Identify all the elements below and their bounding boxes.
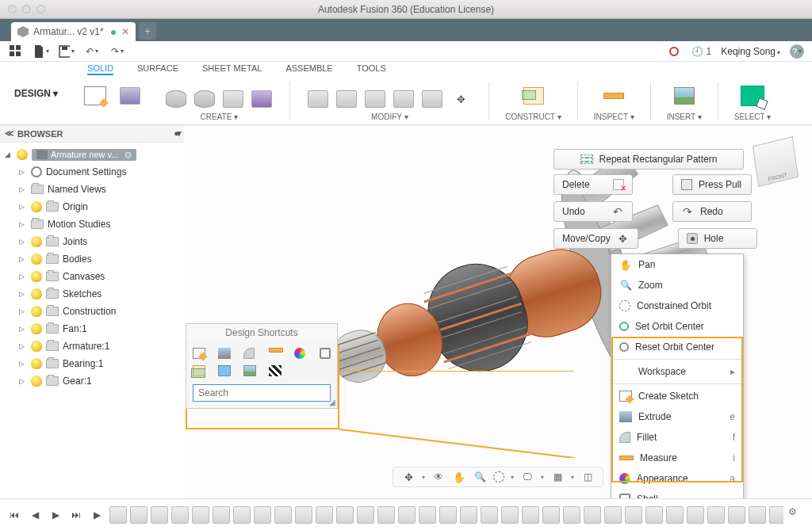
timeline-play-icon[interactable]: ▶ bbox=[89, 507, 105, 523]
sc-fillet-icon[interactable] bbox=[243, 348, 255, 359]
menu-constrained-orbit[interactable]: Constrained Orbit bbox=[611, 296, 743, 316]
expand-icon[interactable]: ▷ bbox=[19, 185, 27, 193]
sc-attached-canvas-icon[interactable] bbox=[243, 365, 256, 376]
sc-zebra-icon[interactable] bbox=[269, 365, 282, 376]
repeat-rectangular-pattern-button[interactable]: Repeat Rectangular Pattern bbox=[553, 149, 744, 170]
tab-solid[interactable]: SOLID bbox=[87, 63, 113, 75]
tab-tools[interactable]: TOOLS bbox=[357, 63, 386, 75]
timeline-feature[interactable] bbox=[522, 506, 539, 524]
timeline-feature[interactable] bbox=[192, 506, 209, 524]
timeline-forward-icon[interactable]: ▶ bbox=[48, 507, 63, 523]
split-button[interactable] bbox=[420, 87, 444, 111]
expand-icon[interactable]: ▷ bbox=[19, 203, 27, 211]
lightbulb-icon[interactable] bbox=[31, 341, 42, 352]
nav-look-icon[interactable]: 👁 bbox=[431, 470, 446, 484]
expand-icon[interactable]: ▷ bbox=[19, 342, 27, 350]
menu-set-orbit-center[interactable]: Set Orbit Center bbox=[611, 316, 743, 337]
select-button[interactable] bbox=[737, 81, 768, 111]
timeline-feature[interactable] bbox=[542, 506, 560, 524]
expand-icon[interactable]: ▷ bbox=[19, 290, 27, 298]
sc-decal-icon[interactable] bbox=[218, 365, 231, 376]
sc-appearance-icon[interactable] bbox=[294, 348, 305, 359]
undo-icon[interactable]: ↶ bbox=[84, 44, 100, 59]
timeline-feature[interactable] bbox=[377, 506, 395, 524]
lightbulb-icon[interactable] bbox=[31, 306, 42, 317]
menu-zoom[interactable]: Zoom bbox=[611, 275, 743, 296]
expand-icon[interactable]: ▷ bbox=[19, 168, 27, 176]
timeline-feature[interactable] bbox=[151, 506, 168, 524]
expand-icon[interactable]: ▷ bbox=[19, 360, 27, 368]
fillet-button[interactable] bbox=[335, 87, 358, 111]
tree-item[interactable]: ▷Armature:1 bbox=[0, 337, 184, 355]
job-status[interactable]: 🕘 1 bbox=[691, 46, 711, 57]
timeline-start-icon[interactable]: ⏮ bbox=[6, 507, 22, 523]
expand-icon[interactable]: ▷ bbox=[19, 238, 27, 246]
nav-zoom-icon[interactable] bbox=[473, 470, 487, 484]
construct-button[interactable] bbox=[519, 81, 549, 111]
new-tab-button[interactable]: ＋ bbox=[139, 22, 156, 40]
viewport[interactable]: FRONT Repeat Rectangular Pattern Delete … bbox=[184, 125, 812, 498]
expand-icon[interactable]: ▷ bbox=[19, 307, 27, 315]
expand-icon[interactable]: ▷ bbox=[19, 377, 27, 385]
sc-extrude-icon[interactable] bbox=[218, 348, 231, 359]
sc-shell-icon[interactable] bbox=[320, 348, 331, 359]
tab-assemble[interactable]: ASSEMBLE bbox=[285, 63, 332, 75]
viewcube[interactable]: FRONT bbox=[753, 136, 799, 187]
create-sketch-button[interactable] bbox=[80, 81, 110, 111]
lightbulb-icon[interactable] bbox=[31, 236, 42, 247]
timeline-feature[interactable] bbox=[645, 506, 663, 524]
workspace-switcher[interactable]: DESIGN ▾ bbox=[6, 83, 66, 104]
move-button[interactable] bbox=[449, 87, 473, 111]
tree-item[interactable]: ▷Sketches bbox=[0, 285, 184, 303]
tree-item[interactable]: ▷Construction bbox=[0, 303, 184, 320]
lightbulb-icon[interactable] bbox=[31, 201, 42, 212]
tree-item[interactable]: ▷Gear:1 bbox=[0, 372, 184, 390]
expand-icon[interactable]: ▷ bbox=[19, 220, 27, 228]
tree-item[interactable]: ▷Document Settings bbox=[0, 163, 184, 181]
user-menu[interactable]: Keqing Song bbox=[721, 46, 780, 57]
timeline-feature[interactable] bbox=[130, 506, 147, 524]
expand-icon[interactable]: ▷ bbox=[19, 273, 27, 280]
combine-button[interactable] bbox=[392, 87, 416, 111]
timeline-end-icon[interactable]: ⏭ bbox=[68, 507, 84, 523]
insert-group-label[interactable]: INSERT ▾ bbox=[667, 112, 702, 121]
timeline-feature[interactable] bbox=[295, 506, 312, 524]
timeline-feature[interactable] bbox=[109, 506, 127, 524]
expand-icon[interactable]: ▷ bbox=[19, 325, 27, 333]
tree-item[interactable]: ▷Canvases bbox=[0, 268, 184, 285]
timeline-feature[interactable] bbox=[728, 506, 745, 524]
timeline-feature[interactable] bbox=[419, 506, 436, 524]
timeline-feature[interactable] bbox=[254, 506, 271, 524]
tree-item[interactable]: ▷Fan:1 bbox=[0, 320, 184, 337]
resize-grip-icon[interactable]: ◢ bbox=[329, 398, 335, 406]
lightbulb-icon[interactable] bbox=[31, 358, 42, 369]
menu-pan[interactable]: Pan bbox=[611, 254, 743, 275]
insert-button[interactable] bbox=[669, 81, 699, 111]
cylinder-button[interactable] bbox=[250, 87, 274, 111]
lightbulb-icon[interactable] bbox=[31, 376, 42, 387]
tree-item[interactable]: ▷Named Views bbox=[0, 181, 184, 198]
delete-button[interactable]: Delete bbox=[553, 174, 633, 195]
timeline-feature[interactable] bbox=[460, 506, 477, 524]
timeline-feature[interactable] bbox=[501, 506, 519, 524]
timeline-feature[interactable] bbox=[439, 506, 457, 524]
timeline-feature[interactable] bbox=[666, 506, 684, 524]
timeline-feature[interactable] bbox=[336, 506, 354, 524]
tree-item[interactable]: ▷Bearing:1 bbox=[0, 355, 184, 372]
redo-button[interactable]: Redo bbox=[672, 201, 752, 222]
timeline-back-icon[interactable]: ◀ bbox=[27, 507, 43, 523]
document-tab[interactable]: Armatur... v2 v1* ● ✕ bbox=[11, 22, 136, 41]
select-group-label[interactable]: SELECT ▾ bbox=[734, 112, 772, 121]
timeline-feature[interactable] bbox=[316, 506, 333, 524]
lightbulb-icon[interactable] bbox=[31, 323, 42, 334]
tree-item[interactable]: ▷Bodies bbox=[0, 250, 184, 268]
extrude-button[interactable] bbox=[164, 87, 188, 111]
close-tab-icon[interactable]: ✕ bbox=[121, 26, 129, 37]
sc-offset-plane-icon[interactable] bbox=[193, 365, 205, 376]
timeline-feature[interactable] bbox=[749, 506, 766, 524]
menu-shell[interactable]: Shell bbox=[611, 489, 743, 498]
browser-options-icon[interactable]: ● ▾ bbox=[174, 128, 179, 139]
help-icon[interactable]: ? bbox=[790, 44, 804, 59]
lightbulb-icon[interactable] bbox=[31, 271, 42, 282]
save-icon[interactable] bbox=[59, 44, 75, 59]
